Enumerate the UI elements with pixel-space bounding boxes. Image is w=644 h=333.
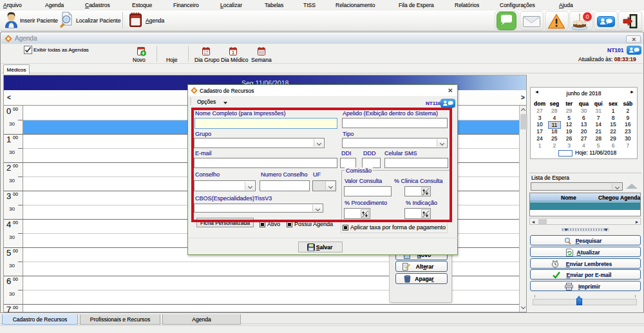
svg-text:1: 1 [232, 50, 234, 55]
svg-text:0: 0 [585, 14, 589, 20]
